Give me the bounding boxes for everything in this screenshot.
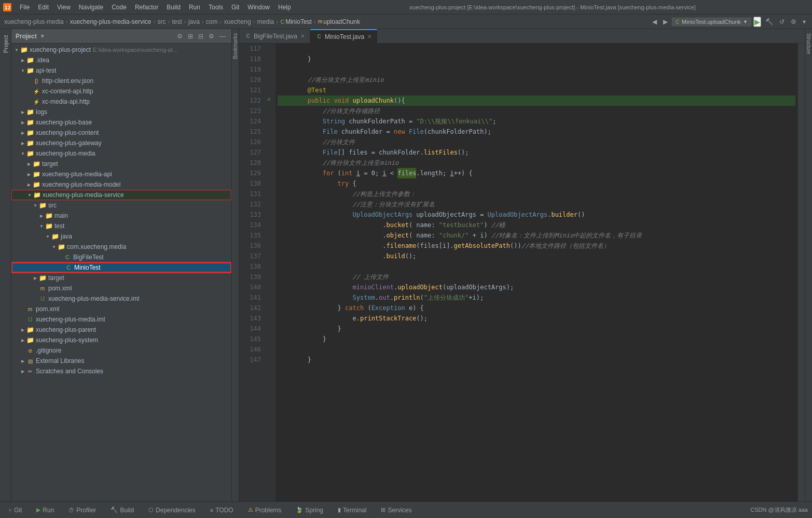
menu-tools[interactable]: Tools <box>204 3 227 12</box>
tree-http-client[interactable]: {} http-client.env.json <box>11 76 231 86</box>
refresh-btn[interactable]: ↺ <box>777 17 787 26</box>
tree-src[interactable]: ▼ 📁 src <box>11 200 231 211</box>
tree-arrow-main[interactable]: ▶ <box>38 213 45 219</box>
tab-bigfiletest[interactable]: C BigFileTest.java ✕ <box>239 29 310 43</box>
tree-media-iml[interactable]: IJ xuecheng-plus-media.iml <box>11 314 231 325</box>
tree-pkg[interactable]: ▼ 📁 com.xuecheng.media <box>11 242 231 252</box>
menu-help[interactable]: Help <box>274 3 295 12</box>
menu-view[interactable]: View <box>53 3 75 12</box>
panel-settings-btn[interactable]: ⚙ <box>207 32 216 40</box>
tree-arrow-root[interactable]: ▼ <box>13 47 20 53</box>
tree-media-model[interactable]: ▶ 📁 xuecheng-plus-media-model <box>11 179 231 190</box>
tree-test[interactable]: ▼ 📁 test <box>11 221 231 231</box>
tree-media[interactable]: ▼ 📁 xuecheng-plus-media <box>11 148 231 159</box>
bookmarks-label[interactable]: Bookmarks <box>232 33 238 59</box>
tree-idea[interactable]: ▶ 📁 .idea <box>11 55 231 65</box>
menu-build[interactable]: Build <box>162 3 185 12</box>
bottom-tab-spring[interactable]: 🍃 Spring <box>292 505 327 516</box>
tree-arrow-idea[interactable]: ▶ <box>20 57 26 63</box>
tab-close-bigfiletest[interactable]: ✕ <box>300 33 305 39</box>
tree-content[interactable]: ▶ 📁 xuecheng-plus-content <box>11 128 231 138</box>
navigate-forward-btn[interactable]: ▶ <box>661 17 670 26</box>
menu-refactor[interactable]: Refactor <box>131 3 162 12</box>
tree-main[interactable]: ▶ 📁 main <box>11 211 231 221</box>
build-btn[interactable]: 🔨 <box>763 17 775 26</box>
tree-ext-libs[interactable]: ▶ ▤ External Libraries <box>11 356 231 366</box>
menu-navigate[interactable]: Navigate <box>75 3 107 12</box>
breadcrumb-class[interactable]: C MinioTest <box>280 18 312 25</box>
tree-logs[interactable]: ▶ 📁 logs <box>11 107 231 117</box>
tree-scratches[interactable]: ▶ ✏ Scratches and Consoles <box>11 366 231 376</box>
breadcrumb-xuecheng[interactable]: xuecheng <box>224 18 251 25</box>
vtab-project[interactable]: Project <box>1 31 11 57</box>
tree-gitignore[interactable]: ⊘ .gitignore <box>11 345 231 356</box>
bottom-tab-deps[interactable]: ⬡ Dependencies <box>144 505 200 516</box>
tree-arrow-content[interactable]: ▶ <box>20 130 26 136</box>
menu-file[interactable]: File <box>16 3 34 12</box>
tree-gateway[interactable]: ▶ 📁 xuecheng-plus-gateway <box>11 138 231 148</box>
tree-arrow-pkg[interactable]: ▼ <box>51 244 57 250</box>
panel-hide-btn[interactable]: — <box>218 32 227 40</box>
tree-media-api[interactable]: ▶ 📁 xuecheng-plus-media-api <box>11 169 231 179</box>
tree-service-iml[interactable]: IJ xuecheng-plus-media-service.iml <box>11 293 231 304</box>
panel-dropdown[interactable]: ▼ <box>41 33 44 39</box>
tree-arrow-ext-libs[interactable]: ▶ <box>20 358 26 364</box>
tree-service-target[interactable]: ▶ 📁 target <box>11 273 231 283</box>
tree-system[interactable]: ▶ 📁 xuecheng-plus-system <box>11 335 231 345</box>
tree-media-service[interactable]: ▼ 📁 xuecheng-plus-media-service <box>11 190 231 200</box>
menu-edit[interactable]: Edit <box>34 3 53 12</box>
run-btn[interactable]: ▶ <box>753 17 761 27</box>
tree-arrow-gateway[interactable]: ▶ <box>20 140 26 146</box>
tree-media-target[interactable]: ▶ 📁 target <box>11 159 231 169</box>
menu-run[interactable]: Run <box>185 3 204 12</box>
breadcrumb-method[interactable]: m uploadChunk <box>318 18 360 25</box>
tab-miniotest[interactable]: C MinioTest.java ✕ <box>310 29 377 43</box>
panel-expand-btn[interactable]: ⊞ <box>186 32 195 40</box>
tree-arrow-logs[interactable]: ▶ <box>20 109 26 115</box>
structure-label[interactable]: Structure <box>806 33 811 54</box>
tree-xc-media[interactable]: ⚡ xc-media-api.http <box>11 96 231 107</box>
tree-arrow-media[interactable]: ▼ <box>20 150 26 157</box>
tree-arrow-media-service[interactable]: ▼ <box>26 192 33 198</box>
tree-arrow-parent[interactable]: ▶ <box>20 327 26 333</box>
bottom-tab-services[interactable]: ⊞ Services <box>377 505 416 516</box>
tree-arrow-media-api[interactable]: ▶ <box>26 171 32 177</box>
tree-root[interactable]: ▼ 📁 xuecheng-plus-project E:\idea-worksp… <box>11 45 231 55</box>
bottom-tab-todo[interactable]: ≡ TODO <box>206 505 238 516</box>
tree-service-pom[interactable]: m pom.xml <box>11 283 231 293</box>
tree-parent[interactable]: ▶ 📁 xuecheng-plus-parent <box>11 325 231 335</box>
tree-arrow-apitest[interactable]: ▼ <box>20 67 26 74</box>
tab-close-miniotest[interactable]: ✕ <box>367 34 371 39</box>
menu-code[interactable]: Code <box>107 3 131 12</box>
tree-arrow-java[interactable]: ▼ <box>45 233 51 240</box>
editor-scrollbar[interactable] <box>797 44 805 501</box>
breadcrumb-java[interactable]: java <box>188 18 200 25</box>
menu-window[interactable]: Window <box>243 3 274 12</box>
gutter-marker-122[interactable]: ↺ <box>266 95 272 102</box>
tree-arrow-scratches[interactable]: ▶ <box>20 368 26 374</box>
tree-miniotest[interactable]: C MinioTest <box>11 262 231 273</box>
tree-media-pom[interactable]: m pom.xml <box>11 304 231 314</box>
method-selector[interactable]: C MinioTest.uploadChunk ▼ <box>672 18 751 26</box>
tree-arrow-media-model[interactable]: ▶ <box>26 181 32 188</box>
tree-java[interactable]: ▼ 📁 java <box>11 231 231 242</box>
settings-btn[interactable]: ⚙ <box>789 17 799 26</box>
tree-arrow-service-target[interactable]: ▶ <box>32 275 38 281</box>
tree-bigfiletest[interactable]: C BigFileTest <box>11 252 231 262</box>
breadcrumb-module2[interactable]: xuecheng-plus-media-service <box>70 18 152 25</box>
tree-arrow-base[interactable]: ▶ <box>20 119 26 125</box>
tree-xc-content[interactable]: ⚡ xc-content-api.http <box>11 86 231 96</box>
tree-base[interactable]: ▶ 📁 xuecheng-plus-base <box>11 117 231 128</box>
bottom-tab-problems[interactable]: ⚠ Problems <box>244 505 286 516</box>
bottom-tab-run[interactable]: ▶ Run <box>32 505 58 516</box>
menu-git[interactable]: Git <box>227 3 243 12</box>
navigate-back-btn[interactable]: ◀ <box>650 17 659 26</box>
tree-arrow-media-target[interactable]: ▶ <box>26 161 32 167</box>
bottom-tab-terminal[interactable]: ▮ Terminal <box>334 505 370 516</box>
breadcrumb-com[interactable]: com <box>206 18 218 25</box>
tree-arrow-src[interactable]: ▼ <box>32 202 38 208</box>
more-btn[interactable]: ▾ <box>801 17 808 26</box>
tree-arrow-test[interactable]: ▼ <box>38 223 45 229</box>
tree-apitest[interactable]: ▼ 📁 api-test <box>11 65 231 76</box>
bottom-tab-build[interactable]: 🔨 Build <box>106 505 138 516</box>
